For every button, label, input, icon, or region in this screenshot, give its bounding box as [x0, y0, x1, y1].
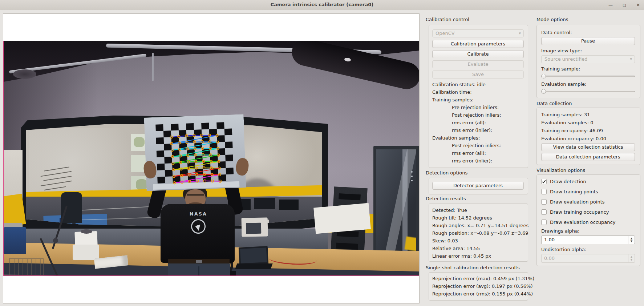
undistortion-alpha-label: Undistortion alpha: — [541, 247, 586, 252]
checkbox-label: Draw training points — [550, 189, 598, 195]
detection-result-line: Linear error rms: 0.45 px — [432, 253, 491, 259]
detection-results-title: Detection results — [426, 196, 466, 201]
person-jeans — [168, 263, 230, 276]
chevron-down-icon: ▾ — [630, 56, 632, 63]
status-line: rms error (all): — [432, 150, 486, 156]
camera-image-view[interactable]: NASA — [3, 13, 420, 303]
title-bar: Camera intrinsics calibrator (camera0) —… — [0, 0, 644, 10]
view-data-collection-statistics-button[interactable]: View data collection statistics — [541, 143, 635, 151]
detection-result-line: Rough position: x=-0.08 y=-0.07 z=3.69 — [432, 230, 528, 236]
status-line: rms error (all): — [432, 120, 486, 125]
status-line: Evaluation samples: — [432, 135, 480, 141]
ceiling-lamp — [13, 69, 36, 79]
spinbox-value: 1.00 — [544, 237, 555, 242]
calibrate-button[interactable]: Calibrate — [432, 50, 524, 58]
draw-evaluation-occupancy-checkbox[interactable]: Draw evaluation occupancy — [541, 220, 632, 225]
detector-parameters-button[interactable]: Detector parameters — [432, 182, 524, 190]
detection-result-line: Detected: True — [432, 208, 467, 213]
status-line: Post rejection inliers: — [432, 112, 501, 118]
data-collection-title: Data collection — [536, 101, 572, 106]
spin-up-icon[interactable]: ▲ — [631, 255, 632, 258]
checkbox-unchecked[interactable] — [541, 189, 547, 194]
ceiling-drop-pipe — [152, 53, 154, 81]
status-line: Calibration status: idle — [432, 82, 486, 87]
person-glasses — [187, 194, 204, 199]
chevron-down-icon: ▾ — [519, 30, 521, 37]
printer-box — [242, 217, 268, 237]
blue-equipment-box — [4, 227, 26, 254]
single-shot-title: Single-shot calibration detection result… — [426, 265, 520, 270]
office-chair — [61, 192, 82, 223]
single-shot-line: Reprojection error (max): 0.459 px (1.31… — [432, 276, 534, 281]
detection-options-title: Detection options — [426, 170, 467, 176]
application-window: Camera intrinsics calibrator (camera0) —… — [0, 0, 644, 306]
drawings-alpha-label: Drawings alpha: — [541, 228, 579, 234]
wire-basket — [9, 258, 44, 276]
spin-down-icon[interactable]: ▼ — [631, 258, 632, 261]
mic-arm-joint — [53, 238, 58, 243]
checkbox-unchecked[interactable] — [541, 199, 547, 205]
spin-down-icon[interactable]: ▼ — [631, 240, 632, 243]
data-collection-parameters-button[interactable]: Data collection parameters — [541, 153, 635, 161]
white-box-ring — [81, 229, 92, 234]
checkbox-unchecked[interactable] — [541, 220, 547, 225]
check-icon — [542, 180, 546, 184]
detection-result-line: Rough tilt: 14.52 degrees — [432, 215, 492, 221]
detection-result-line: Relative area: 14.55 — [432, 246, 480, 251]
image-view-type-select[interactable]: Source unrectified ▾ — [541, 55, 635, 63]
status-line: Pre rejection inliers: — [432, 105, 499, 110]
window-title: Camera intrinsics calibrator (camera0) — [0, 2, 644, 7]
evaluation-sample-slider[interactable] — [541, 89, 635, 94]
slider-handle[interactable] — [541, 89, 546, 94]
status-line: Post rejection inliers: — [432, 143, 501, 148]
status-line: rms error (inlier): — [432, 158, 492, 164]
detection-result-line: Rough angles: x=-0.71 y=14.51 degrees — [432, 223, 528, 228]
pause-button[interactable]: Pause — [541, 37, 635, 45]
checkbox-label: Draw evaluation points — [550, 199, 605, 205]
status-line: Training samples: — [432, 97, 474, 102]
calibration-parameters-button[interactable]: Calibration parameters — [432, 40, 524, 48]
laptop-base — [235, 263, 272, 269]
draw-detection-checkbox[interactable]: Draw detection — [541, 179, 632, 185]
detection-result-line: Skew: 0.03 — [432, 238, 458, 243]
backend-select[interactable]: OpenCV ▾ — [432, 29, 524, 37]
training-sample-label: Training sample: — [541, 66, 580, 72]
draw-training-occupancy-checkbox[interactable]: Draw training occupancy — [541, 209, 632, 215]
data-collection-line: Training samples: 31 — [541, 112, 590, 117]
status-line: rms error (inlier): — [432, 128, 492, 133]
data-control-label: Data control: — [541, 30, 572, 35]
slider-groove — [541, 76, 635, 77]
evaluate-button[interactable]: Evaluate — [432, 60, 524, 68]
checkbox-unchecked[interactable] — [541, 209, 547, 215]
visualization-options-title: Visualization options — [536, 168, 585, 173]
undistortion-alpha-spinbox[interactable]: 0.00 ▲ ▼ — [541, 254, 635, 263]
calibration-board — [144, 114, 246, 191]
drawings-alpha-spinbox[interactable]: 1.00 ▲ ▼ — [541, 235, 635, 244]
minimize-icon[interactable]: — — [608, 3, 613, 8]
training-sample-slider[interactable] — [541, 74, 635, 78]
close-icon[interactable]: ✕ — [635, 3, 641, 8]
slider-handle[interactable] — [541, 74, 546, 78]
checkbox-label: Draw detection — [550, 179, 586, 185]
checkbox-label: Draw training occupancy — [550, 209, 609, 215]
shirt-logo-circle — [191, 219, 206, 234]
spin-up-icon[interactable]: ▲ — [631, 237, 632, 240]
draw-training-points-checkbox[interactable]: Draw training points — [541, 189, 632, 195]
calibration-control-title: Calibration control — [426, 17, 469, 22]
camera-photo: NASA — [3, 41, 419, 276]
data-collection-line: Training occupancy: 46.09 — [541, 128, 603, 133]
maximize-icon[interactable]: ◻ — [621, 3, 627, 8]
evaluation-sample-label: Evaluation sample: — [541, 81, 586, 87]
spinbox-value: 0.00 — [544, 255, 555, 261]
single-shot-line: Reprojection error (rms): 0.155 px (0.44… — [432, 291, 533, 297]
laptop-screen — [239, 246, 269, 266]
save-button[interactable]: Save — [432, 71, 524, 78]
checkbox-label: Draw evaluation occupancy — [550, 220, 615, 225]
image-view-type-value: Source unrectified — [544, 56, 588, 62]
checkbox-checked[interactable] — [541, 179, 547, 184]
status-line: Calibration time: — [432, 89, 472, 95]
white-box-bottom — [73, 245, 99, 260]
mode-options-title: Mode options — [536, 17, 568, 22]
draw-evaluation-points-checkbox[interactable]: Draw evaluation points — [541, 199, 632, 205]
shirt-nasa-text: NASA — [184, 211, 213, 217]
